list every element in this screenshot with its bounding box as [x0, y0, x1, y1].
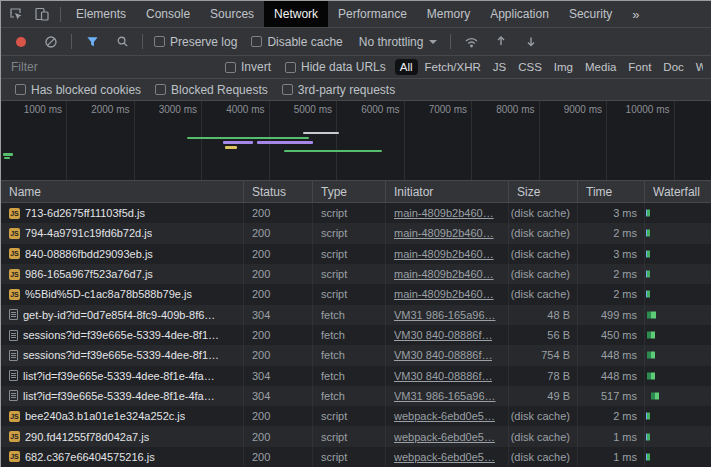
table-row[interactable]: bee240a3.b1a01e1e324a252c.js200scriptweb… [1, 406, 711, 426]
cell-waterfall [645, 244, 711, 264]
table-row[interactable]: sessions?id=f39e665e-5339-4dee-8f1…200fe… [1, 325, 711, 345]
column-header-size[interactable]: Size [509, 181, 578, 202]
cell-size: 56 B [509, 325, 578, 345]
device-toolbar-button[interactable] [31, 1, 53, 27]
network-conditions-button[interactable] [460, 33, 482, 51]
initiator-link[interactable]: VM31 986-165a96… [394, 390, 496, 402]
tab-console[interactable]: Console [136, 1, 200, 27]
more-tabs-button[interactable]: » [622, 1, 649, 27]
column-header-status[interactable]: Status [244, 181, 313, 202]
cell-name: 290.fd41255f78d042a7.js [1, 426, 244, 446]
column-header-type[interactable]: Type [313, 181, 386, 202]
cell-waterfall [645, 223, 711, 243]
invert-checkbox[interactable]: Invert [225, 60, 271, 74]
filter-pill-font[interactable]: Font [623, 59, 656, 75]
search-button[interactable] [111, 33, 133, 51]
cell-size: 78 B [509, 366, 578, 386]
table-row[interactable]: list?id=f39e665e-5339-4dee-8f1e-4fa…304f… [1, 386, 711, 406]
initiator-link[interactable]: main-4809b2b460… [394, 227, 494, 239]
filter-toggle-button[interactable] [81, 33, 103, 51]
filter-input[interactable] [9, 59, 207, 75]
checkbox-has-blocked-cookies[interactable]: Has blocked cookies [15, 83, 141, 97]
record-button[interactable] [10, 33, 32, 51]
timeline-gridline [404, 101, 405, 180]
tab-network[interactable]: Network [264, 1, 328, 27]
table-row[interactable]: 682.c367e66404575216.js200scriptwebpack-… [1, 447, 711, 467]
column-header-waterfall[interactable]: Waterfall [645, 181, 711, 202]
initiator-link[interactable]: webpack-6ebd0e5… [394, 410, 495, 422]
network-overview[interactable]: 1000 ms2000 ms3000 ms4000 ms5000 ms6000 … [1, 101, 711, 181]
initiator-link[interactable]: main-4809b2b460… [394, 288, 494, 300]
initiator-link[interactable]: webpack-6ebd0e5… [394, 451, 495, 463]
waterfall-bar [651, 392, 659, 399]
column-header-initiator[interactable]: Initiator [386, 181, 509, 202]
import-har-button[interactable] [490, 33, 512, 51]
filter-pill-all[interactable]: All [395, 59, 418, 75]
initiator-link[interactable]: VM30 840-08886f… [394, 329, 492, 341]
fetch-file-icon [9, 330, 18, 341]
tab-sources[interactable]: Sources [200, 1, 264, 27]
cell-initiator: main-4809b2b460… [386, 223, 509, 243]
initiator-link[interactable]: VM30 840-08886f… [394, 349, 492, 361]
table-row[interactable]: 986-165a967f523a76d7.js200scriptmain-480… [1, 264, 711, 284]
throttling-select[interactable]: No throttling [359, 35, 438, 49]
column-header-time[interactable]: Time [578, 181, 645, 202]
cell-type: script [313, 203, 386, 223]
filter-pill-img[interactable]: Img [549, 59, 578, 75]
filter-pill-doc[interactable]: Doc [658, 59, 688, 75]
cell-size: (disk cache) [509, 244, 578, 264]
tab-elements[interactable]: Elements [66, 1, 136, 27]
devtools-window: ElementsConsoleSourcesNetworkPerformance… [0, 0, 711, 467]
preserve-log-checkbox[interactable]: Preserve log [154, 35, 237, 49]
cell-status: 200 [244, 284, 313, 304]
table-row[interactable]: list?id=f39e665e-5339-4dee-8f1e-4fa…304f… [1, 366, 711, 386]
cell-waterfall [645, 426, 711, 446]
initiator-link[interactable]: main-4809b2b460… [394, 207, 494, 219]
checkbox-3rd-party-requests[interactable]: 3rd-party requests [282, 83, 395, 97]
checkbox-box [225, 62, 236, 73]
cell-time: 1 ms [578, 426, 645, 446]
cell-type: fetch [313, 325, 386, 345]
initiator-link[interactable]: main-4809b2b460… [394, 268, 494, 280]
table-row[interactable]: sessions?id=f39e665e-5339-4dee-8f1…200fe… [1, 345, 711, 365]
filter-pill-ws[interactable]: WS [691, 59, 703, 75]
tab-security[interactable]: Security [559, 1, 622, 27]
table-row[interactable]: 713-6d2675ff11103f5d.js200scriptmain-480… [1, 203, 711, 223]
disable-cache-checkbox[interactable]: Disable cache [251, 35, 342, 49]
filter-pill-media[interactable]: Media [580, 59, 621, 75]
checkbox-blocked-requests[interactable]: Blocked Requests [155, 83, 268, 97]
export-har-button[interactable] [520, 33, 542, 51]
filter-pill-css[interactable]: CSS [513, 59, 547, 75]
checkbox-box [154, 36, 165, 47]
table-row[interactable]: 794-4a9791c19fd6b72d.js200scriptmain-480… [1, 223, 711, 243]
table-row[interactable]: 290.fd41255f78d042a7.js200scriptwebpack-… [1, 426, 711, 446]
checkbox-box [251, 36, 262, 47]
cell-name: 986-165a967f523a76d7.js [1, 264, 244, 284]
upload-icon [495, 35, 507, 48]
request-name: 713-6d2675ff11103f5d.js [25, 207, 145, 219]
tab-performance[interactable]: Performance [328, 1, 417, 27]
column-header-name[interactable]: Name [1, 181, 244, 202]
cell-time: 2 ms [578, 284, 645, 304]
hide-data-urls-checkbox[interactable]: Hide data URLs [285, 60, 386, 74]
network-conditions-icon [464, 36, 479, 48]
tab-application[interactable]: Application [480, 1, 559, 27]
clear-button[interactable] [40, 33, 62, 51]
table-row[interactable]: 840-08886fbdd29093eb.js200scriptmain-480… [1, 244, 711, 264]
cell-name: %5Bid%5D-c1ac8a78b588b79e.js [1, 284, 244, 304]
cell-initiator: main-4809b2b460… [386, 203, 509, 223]
initiator-link[interactable]: main-4809b2b460… [394, 248, 494, 260]
initiator-link[interactable]: VM31 986-165a96… [394, 309, 496, 321]
filter-pill-fetch-xhr[interactable]: Fetch/XHR [420, 59, 486, 75]
cell-status: 304 [244, 386, 313, 406]
initiator-link[interactable]: webpack-6ebd0e5… [394, 431, 495, 443]
inspect-element-button[interactable] [5, 1, 27, 27]
overview-bar [257, 141, 313, 144]
table-row[interactable]: %5Bid%5D-c1ac8a78b588b79e.js200scriptmai… [1, 284, 711, 304]
table-row[interactable]: get-by-id?id=0d7e85f4-8fc9-409b-8f6…304f… [1, 305, 711, 325]
filter-pill-js[interactable]: JS [488, 59, 511, 75]
initiator-link[interactable]: VM30 840-08886f… [394, 370, 492, 382]
cell-waterfall [645, 386, 711, 406]
throttling-value: No throttling [359, 35, 424, 49]
tab-memory[interactable]: Memory [417, 1, 480, 27]
